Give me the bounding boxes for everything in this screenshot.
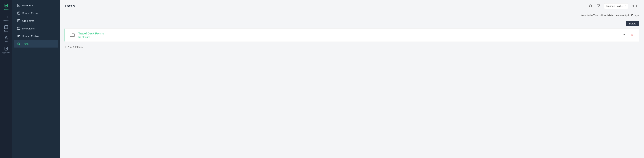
- page-title: Trash: [64, 4, 75, 8]
- filter-icon: [597, 4, 600, 8]
- external-link-icon: [622, 34, 626, 37]
- svg-point-8: [6, 37, 7, 38]
- svg-point-17: [18, 20, 19, 21]
- sidebar-item-org-forms[interactable]: Org Forms: [14, 17, 58, 25]
- pagination: 1 - 1 of 1 folders: [64, 44, 640, 50]
- svg-line-20: [591, 7, 592, 7]
- action-row: Delete: [60, 19, 644, 28]
- folder-left: Travel Desk Forms No of forms :1: [69, 32, 104, 39]
- nav-approvals[interactable]: Approvals: [0, 45, 12, 55]
- sort-icon: [632, 4, 635, 8]
- nav-users[interactable]: Users: [0, 34, 12, 45]
- sidebar-item-shared-forms[interactable]: Shared Forms: [14, 10, 58, 17]
- nav-tasks[interactable]: Tasks: [0, 23, 12, 34]
- open-folder-button[interactable]: [621, 32, 627, 38]
- trash-icon: [630, 34, 634, 37]
- delete-button[interactable]: Delete: [626, 21, 640, 26]
- delete-folder-button[interactable]: [629, 32, 635, 38]
- folder-info: Travel Desk Forms No of forms :1: [78, 32, 104, 39]
- sidebar: My Forms Shared Forms Org Forms My Folde…: [12, 0, 60, 158]
- updown-icon: [635, 5, 638, 8]
- sidebar-item-my-folders[interactable]: My Folders: [14, 25, 58, 32]
- search-icon: [589, 4, 592, 8]
- trashed-folder-dropdown[interactable]: Trashed Fold...: [604, 3, 628, 9]
- nav-reports[interactable]: Reports: [0, 12, 12, 23]
- sidebar-item-trash[interactable]: Trash: [14, 40, 58, 48]
- sidebar-item-my-forms[interactable]: My Forms: [14, 2, 58, 9]
- folder-meta: No of forms :1: [78, 36, 104, 39]
- svg-marker-21: [597, 5, 600, 7]
- filter-button[interactable]: [596, 3, 602, 9]
- folder-actions: [621, 32, 635, 38]
- svg-point-19: [589, 5, 592, 7]
- main-content: Trash Trashed Fold...: [60, 0, 644, 158]
- folder-name: Travel Desk Forms: [78, 32, 104, 35]
- search-button[interactable]: [588, 3, 594, 9]
- sidebar-item-shared-folders[interactable]: Shared Folders: [14, 33, 58, 40]
- sort-button[interactable]: [630, 3, 640, 9]
- folder-card: Travel Desk Forms No of forms :1: [64, 28, 640, 42]
- page-header: Trash Trashed Fold...: [60, 0, 644, 12]
- nav-forms[interactable]: Forms: [0, 2, 12, 12]
- chevron-down-icon: [624, 5, 626, 7]
- info-bar: Items in the Trash will be deleted perma…: [60, 12, 644, 19]
- svg-line-24: [624, 34, 625, 35]
- icon-bar: Forms Reports Tasks Users Approvals: [0, 0, 12, 158]
- folders-list: Travel Desk Forms No of forms :1: [60, 28, 644, 158]
- folder-icon: [69, 32, 75, 39]
- header-actions: Trashed Fold...: [588, 3, 640, 9]
